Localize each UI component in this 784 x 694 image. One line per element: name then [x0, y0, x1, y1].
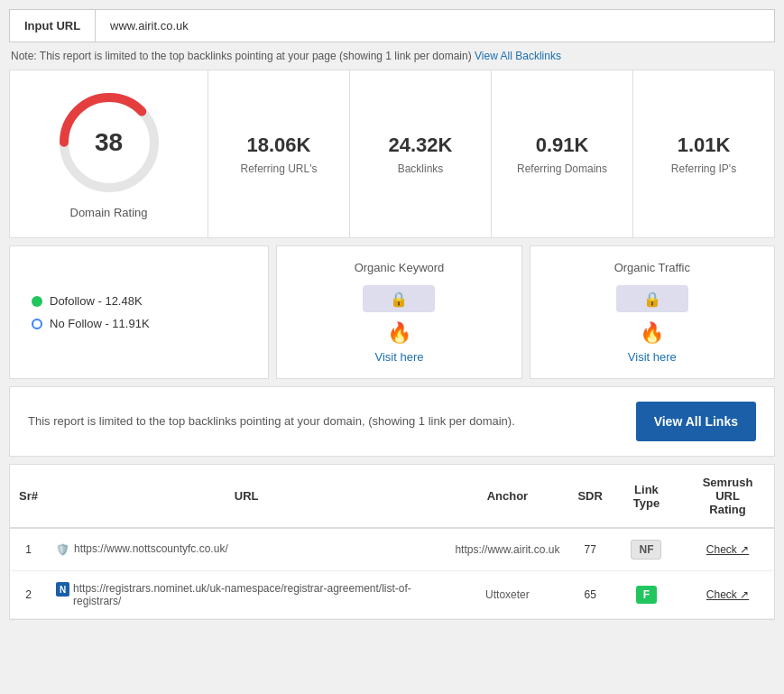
stat-value-backlinks: 24.32K: [389, 134, 453, 157]
organic-keyword-blurred: 🔒: [363, 285, 435, 312]
input-url-value: www.airit.co.uk: [96, 10, 203, 42]
gauge-number: 38: [95, 128, 123, 157]
badge-nf: NF: [631, 540, 661, 560]
td-sr-2: 2: [10, 571, 47, 619]
td-sr-1: 1: [10, 528, 47, 571]
stat-referring-ips: 1.01K Referring IP's: [633, 70, 774, 237]
flame-icon-traffic: 🔥: [640, 321, 664, 345]
shield-favicon-icon: 🛡️: [56, 542, 70, 557]
organic-traffic-visit-link[interactable]: Visit here: [628, 350, 677, 364]
table-row: 2 N https://registrars.nominet.uk/uk-nam…: [10, 571, 774, 619]
badge-f: F: [636, 586, 657, 604]
link-types-card: Dofollow - 12.48K No Follow - 11.91K: [9, 245, 269, 379]
organic-keyword-title: Organic Keyword: [355, 261, 445, 274]
backlinks-table: Sr# URL Anchor SDR Link Type Semrush URL…: [10, 465, 774, 619]
table-header-row: Sr# URL Anchor SDR Link Type Semrush URL…: [10, 465, 774, 528]
th-sdr: SDR: [568, 465, 611, 528]
gauge-container: 38: [55, 88, 163, 197]
url-link-1[interactable]: https://www.nottscountyfc.co.uk/: [74, 542, 228, 555]
td-check-2: Check ↗: [681, 571, 774, 619]
flame-icon-keyword: 🔥: [387, 321, 411, 345]
input-url-row: Input URL www.airit.co.uk: [9, 9, 775, 42]
nofollow-item: No Follow - 11.91K: [32, 317, 150, 330]
url-link-2[interactable]: https://registrars.nominet.uk/uk-namespa…: [73, 582, 437, 607]
dofollow-label: Dofollow - 12.48K: [50, 294, 143, 308]
input-url-label: Input URL: [10, 10, 96, 42]
stat-label-referring-domains: Referring Domains: [517, 162, 607, 175]
th-sr: Sr#: [10, 465, 47, 528]
cards-row: Dofollow - 12.48K No Follow - 11.91K Org…: [9, 245, 775, 379]
organic-keyword-card: Organic Keyword 🔒 🔥 Visit here: [276, 245, 521, 379]
stat-value-referring-urls: 18.06K: [247, 134, 311, 157]
td-anchor-2: Uttoxeter: [446, 571, 568, 619]
organic-traffic-blurred: 🔒: [616, 285, 688, 312]
td-linktype-1: NF: [612, 528, 681, 571]
lock-icon: 🔒: [390, 291, 408, 308]
note-text: Note: This report is limited to the top …: [11, 50, 472, 62]
td-sdr-2: 65: [568, 571, 611, 619]
organic-traffic-title: Organic Traffic: [614, 261, 690, 274]
th-link-type: Link Type: [612, 465, 681, 528]
dofollow-item: Dofollow - 12.48K: [32, 294, 143, 308]
stat-label-referring-urls: Referring URL's: [241, 162, 318, 175]
domain-rating-box: 38 Domain Rating: [10, 70, 208, 237]
report-banner-text: This report is limited to the top backli…: [28, 412, 618, 430]
stats-panel: 38 Domain Rating 18.06K Referring URL's …: [9, 69, 775, 238]
td-check-1: Check ↗: [681, 528, 774, 571]
domain-rating-label: Domain Rating: [70, 206, 148, 219]
report-banner: This report is limited to the top backli…: [9, 386, 775, 457]
nofollow-dot: [32, 319, 42, 329]
td-linktype-2: F: [612, 571, 681, 619]
view-all-links-button[interactable]: View All Links: [636, 402, 756, 441]
stats-numbers: 18.06K Referring URL's 24.32K Backlinks …: [208, 70, 774, 237]
stat-referring-urls: 18.06K Referring URL's: [208, 70, 350, 237]
stat-label-backlinks: Backlinks: [398, 162, 444, 175]
organic-keyword-visit-link[interactable]: Visit here: [375, 350, 424, 364]
td-anchor-1: https://www.airit.co.uk: [446, 528, 568, 571]
organic-traffic-card: Organic Traffic 🔒 🔥 Visit here: [530, 245, 775, 379]
th-semrush-rating: Semrush URLRating: [681, 465, 774, 528]
th-url: URL: [47, 465, 446, 528]
backlinks-table-container: Sr# URL Anchor SDR Link Type Semrush URL…: [9, 464, 775, 620]
th-anchor: Anchor: [446, 465, 568, 528]
td-url-2: N https://registrars.nominet.uk/uk-names…: [47, 571, 446, 619]
nofollow-label: No Follow - 11.91K: [50, 317, 150, 330]
stat-backlinks: 24.32K Backlinks: [350, 70, 492, 237]
table-row: 1 🛡️ https://www.nottscountyfc.co.uk/ ht…: [10, 528, 774, 571]
stat-value-referring-domains: 0.91K: [536, 134, 589, 157]
check-link-1[interactable]: Check ↗: [706, 543, 749, 556]
note-row: Note: This report is limited to the top …: [9, 50, 775, 62]
stat-value-referring-ips: 1.01K: [678, 134, 731, 157]
dofollow-dot: [32, 296, 42, 307]
check-link-2[interactable]: Check ↗: [706, 588, 749, 601]
stat-label-referring-ips: Referring IP's: [671, 162, 736, 175]
td-sdr-1: 77: [568, 528, 611, 571]
view-all-backlinks-link[interactable]: View All Backlinks: [475, 50, 561, 62]
stat-referring-domains: 0.91K Referring Domains: [492, 70, 633, 237]
lock-icon-traffic: 🔒: [643, 291, 661, 308]
td-url-1: 🛡️ https://www.nottscountyfc.co.uk/: [47, 528, 446, 571]
n-favicon-icon: N: [56, 582, 69, 597]
